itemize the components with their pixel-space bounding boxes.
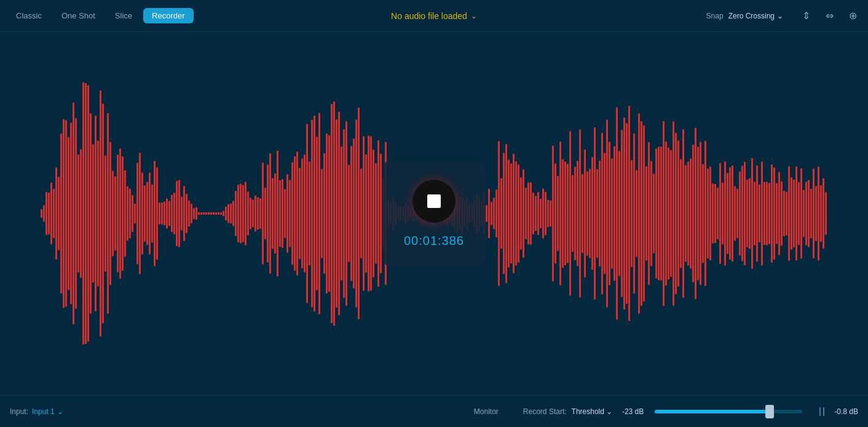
top-icons: ⇕ ⇔ ⊕ (798, 8, 861, 24)
top-bar: Classic One Shot Slice Recorder No audio… (0, 0, 868, 32)
snap-area: Snap Zero Crossing ⌄ ⇕ ⇔ ⊕ (706, 8, 861, 24)
input-section: Input: Input 1 ⌄ (10, 407, 63, 416)
more-icon[interactable]: ⊕ (845, 8, 861, 24)
input-value[interactable]: Input 1 ⌄ (32, 407, 63, 416)
fit-width-icon[interactable]: ⇔ (821, 8, 837, 24)
snap-label: Snap (706, 12, 724, 20)
slider-fill (655, 410, 770, 413)
tick-marks (819, 407, 824, 416)
waveform-area: 00:01:386 (0, 32, 868, 395)
tab-oneshot[interactable]: One Shot (53, 8, 104, 23)
tab-recorder[interactable]: Recorder (143, 8, 193, 23)
file-status-text: No audio file loaded (391, 11, 467, 21)
stop-button[interactable] (412, 180, 456, 223)
tick-1 (819, 407, 821, 416)
threshold-chevron-icon: ⌄ (606, 407, 612, 416)
file-status[interactable]: No audio file loaded ⌄ (391, 11, 477, 21)
record-start-section: Record Start: Threshold ⌄ -23 dB -0.8 dB (523, 407, 858, 416)
tab-slice[interactable]: Slice (106, 8, 141, 23)
snap-value[interactable]: Zero Crossing ⌄ (728, 12, 783, 20)
monitor-label: Monitor (474, 407, 499, 416)
timer-display: 00:01:386 (404, 234, 464, 248)
tab-classic[interactable]: Classic (7, 8, 50, 23)
input-label: Input: (10, 407, 28, 416)
threshold-slider[interactable] (655, 410, 802, 413)
tab-group: Classic One Shot Slice Recorder (7, 8, 194, 23)
bottom-bar: Input: Input 1 ⌄ Monitor Record Start: T… (0, 395, 868, 427)
stop-icon (427, 194, 441, 208)
threshold-value[interactable]: Threshold ⌄ (572, 407, 612, 416)
stop-overlay: 00:01:386 (382, 161, 486, 266)
chevron-down-icon: ⌄ (471, 12, 477, 20)
db-right: -0.8 dB (834, 407, 858, 416)
tick-2 (823, 407, 824, 416)
snap-chevron-icon: ⌄ (777, 12, 783, 20)
slider-thumb[interactable] (765, 405, 774, 418)
record-start-label: Record Start: (523, 407, 567, 416)
input-chevron-icon: ⌄ (57, 407, 63, 416)
db-left: -23 dB (622, 407, 644, 416)
fit-height-icon[interactable]: ⇕ (798, 8, 814, 24)
